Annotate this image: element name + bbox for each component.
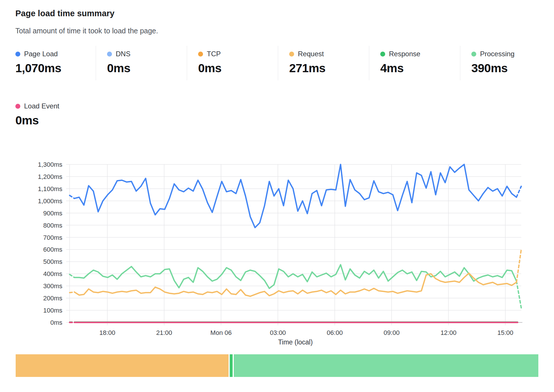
y-tick-label: 300ms <box>43 282 62 290</box>
stat-value: 1,070ms <box>15 61 96 75</box>
series-line-request <box>517 250 521 282</box>
y-tick-label: 800ms <box>43 222 62 229</box>
x-axis-label: Time (local) <box>278 338 313 346</box>
y-tick-label: 0ms <box>50 319 62 326</box>
x-tick-label: 15:00 <box>497 329 513 336</box>
x-tick-label: 18:00 <box>99 329 115 336</box>
y-tick-label: 500ms <box>43 258 62 265</box>
stat-value: 0ms <box>198 61 278 75</box>
stat-response: Response 4ms <box>369 46 460 80</box>
x-tick-label: 12:00 <box>441 329 457 336</box>
stat-value: 0ms <box>15 114 59 127</box>
y-tick-label: 1,200ms <box>38 173 62 180</box>
y-tick-label: 1,100ms <box>38 185 62 193</box>
load-time-chart: 0ms100ms200ms300ms400ms500ms600ms700ms80… <box>0 157 554 360</box>
series-line-request <box>70 292 74 293</box>
y-tick-label: 600ms <box>43 246 62 253</box>
response-legend-dot <box>380 52 385 57</box>
x-tick-label: 03:00 <box>270 329 286 336</box>
series-line-processing <box>517 281 521 308</box>
series-line-processing <box>70 274 74 277</box>
stat-label: Request <box>298 50 324 58</box>
y-tick-label: 700ms <box>43 234 62 241</box>
load-event-legend-dot <box>15 104 20 109</box>
stat-value: 390ms <box>471 61 551 75</box>
stats-row: Page Load 1,070ms DNS 0ms TCP 0ms Reques… <box>15 46 551 80</box>
y-tick-label: 400ms <box>43 270 62 277</box>
stat-label: TCP <box>207 50 221 58</box>
x-tick-label: 21:00 <box>156 329 172 336</box>
series-line-page-load <box>70 195 74 199</box>
y-tick-label: 100ms <box>43 307 62 314</box>
stat-page-load: Page Load 1,070ms <box>15 46 96 80</box>
timeline-segment-passing[interactable] <box>234 354 538 377</box>
series-line-page-load <box>517 186 521 197</box>
status-timeline-bar <box>16 354 538 377</box>
tcp-legend-dot <box>198 52 203 57</box>
y-tick-label: 1,300ms <box>38 161 62 168</box>
x-tick-label: 06:00 <box>327 329 343 336</box>
x-tick-label: 09:00 <box>384 329 400 336</box>
dns-legend-dot <box>107 52 112 57</box>
y-tick-label: 900ms <box>43 210 62 217</box>
series-line-processing <box>74 265 516 288</box>
timeline-segment-passing-sliver[interactable] <box>230 354 233 377</box>
timeline-segment-degraded[interactable] <box>16 354 229 377</box>
page-load-legend-dot <box>15 52 20 57</box>
y-tick-label: 200ms <box>43 295 62 302</box>
stat-request: Request 271ms <box>278 46 369 80</box>
request-legend-dot <box>289 52 294 57</box>
series-line-page-load <box>74 164 516 228</box>
stat-load-event: Load Event 0ms <box>15 98 59 133</box>
stat-value: 4ms <box>380 61 460 75</box>
stat-dns: DNS 0ms <box>96 46 187 80</box>
stat-label: Processing <box>480 50 515 58</box>
x-tick-label: Mon 06 <box>210 329 231 336</box>
stat-processing: Processing 390ms <box>460 46 551 80</box>
stat-label: Page Load <box>24 50 58 58</box>
stat-label: DNS <box>116 50 131 58</box>
stat-label: Response <box>389 50 420 58</box>
stat-tcp: TCP 0ms <box>187 46 278 80</box>
y-tick-label: 1,000ms <box>38 197 62 205</box>
processing-legend-dot <box>471 52 476 57</box>
page: Page load time summary Total amount of t… <box>0 0 554 392</box>
stat-value: 0ms <box>107 61 187 75</box>
page-title: Page load time summary <box>15 9 115 18</box>
stats-row-2: Load Event 0ms <box>15 98 59 133</box>
stat-label: Load Event <box>24 102 59 110</box>
page-subtitle: Total amount of time it took to load the… <box>15 27 158 35</box>
stat-value: 271ms <box>289 61 369 75</box>
